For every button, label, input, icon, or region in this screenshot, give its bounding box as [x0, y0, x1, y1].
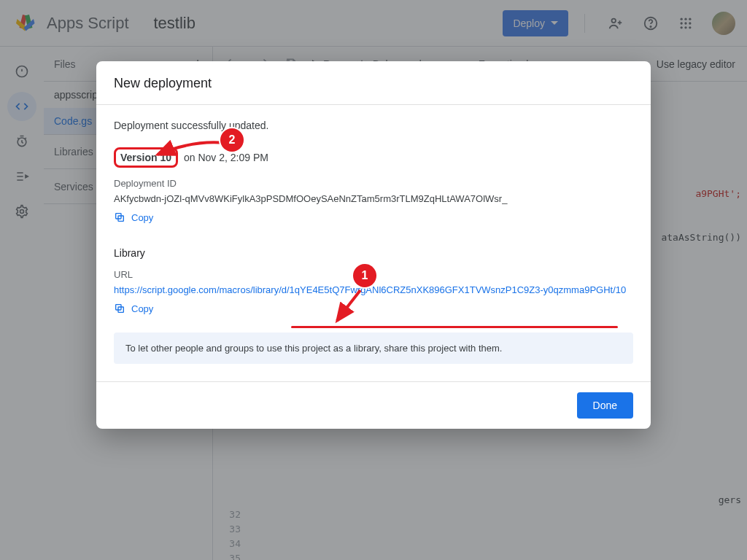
url-label: URL — [114, 269, 633, 280]
done-button[interactable]: Done — [577, 392, 633, 419]
copy-icon — [114, 303, 125, 314]
copy-url[interactable]: Copy — [114, 303, 153, 314]
new-deployment-dialog: New deployment Deployment successfully u… — [96, 61, 651, 429]
modal-overlay: New deployment Deployment successfully u… — [0, 0, 747, 560]
version-box: Version 10 — [114, 147, 178, 168]
dialog-footer: Done — [96, 382, 651, 429]
deployment-id: AKfycbwdn-jOZl-qMVv8WKiFylkA3pPSDMfOOeyS… — [114, 193, 633, 204]
copy-label: Copy — [131, 303, 153, 314]
dialog-title: New deployment — [96, 61, 651, 104]
annotation-underline — [291, 326, 618, 328]
version-date: on Nov 2, 2:09 PM — [184, 152, 268, 163]
library-section-title: Library — [114, 247, 633, 259]
library-url-link[interactable]: https://script.google.com/macros/library… — [114, 284, 633, 295]
copy-icon — [114, 211, 125, 223]
deployment-id-label: Deployment ID — [114, 178, 633, 189]
copy-label: Copy — [131, 212, 153, 223]
share-notice: To let other people and groups to use th… — [114, 332, 633, 364]
dialog-body: Deployment successfully updated. Version… — [96, 104, 651, 382]
version-line: Version 10 on Nov 2, 2:09 PM — [114, 147, 633, 168]
copy-deployment-id[interactable]: Copy — [114, 211, 153, 223]
success-text: Deployment successfully updated. — [114, 120, 633, 131]
